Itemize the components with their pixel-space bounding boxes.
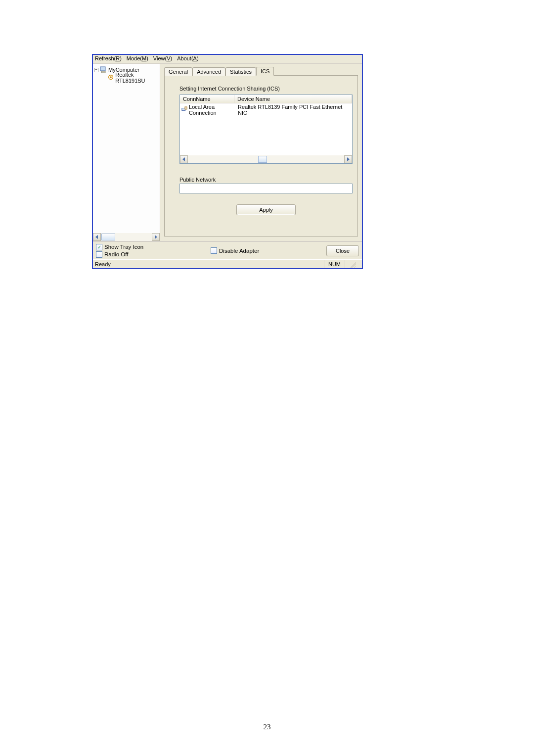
wireless-manager-window: Refresh(R) Mode(M) View(V) About(A) − My…	[92, 54, 363, 269]
checkbox-label: Show Tray Icon	[104, 244, 143, 250]
tree-adapter-label: Realtek RTL8191SU	[115, 72, 159, 84]
computer-icon	[100, 66, 107, 73]
device-tree: − MyComputer Realtek RTL8191SU	[93, 64, 160, 233]
collapse-icon[interactable]: −	[94, 68, 98, 72]
checkbox-label: Disable Adapter	[219, 248, 259, 254]
properties-panel: General Advanced Statistics ICS Setting …	[160, 64, 362, 241]
checkbox-icon	[96, 251, 102, 258]
tab-general[interactable]: General	[164, 67, 192, 76]
checkbox-icon	[211, 247, 217, 254]
ics-tab-content: Setting Internet Connection Sharing (ICS…	[164, 76, 358, 236]
bottom-options-bar: ✓ Show Tray Icon Radio Off Disable Adapt…	[93, 241, 362, 259]
checkbox-disable-adapter[interactable]: Disable Adapter	[211, 247, 259, 254]
scroll-right-button[interactable]	[152, 233, 160, 241]
lv-scroll-right-button[interactable]	[344, 155, 352, 163]
resize-grip[interactable]	[345, 260, 360, 268]
tree-h-scrollbar[interactable]	[93, 233, 160, 241]
svg-rect-1	[101, 71, 105, 73]
ics-section-title: Setting Internet Connection Sharing (ICS…	[179, 86, 353, 92]
lv-scroll-left-button[interactable]	[180, 155, 188, 163]
svg-rect-5	[185, 107, 187, 109]
tree-adapter-item[interactable]: Realtek RTL8191SU	[94, 74, 159, 82]
menubar: Refresh(R) Mode(M) View(V) About(A)	[93, 55, 362, 64]
tab-statistics[interactable]: Statistics	[225, 67, 256, 76]
status-bar: Ready NUM	[93, 259, 362, 268]
listview-body: Local Area Connection Realtek RTL8139 Fa…	[180, 103, 352, 155]
grip-icon	[349, 261, 356, 268]
checkbox-show-tray[interactable]: ✓ Show Tray Icon	[96, 244, 143, 250]
svg-rect-0	[100, 67, 105, 71]
menu-refresh[interactable]: Refresh(R)	[95, 55, 122, 63]
status-ready: Ready	[95, 261, 111, 267]
close-button[interactable]: Close	[326, 245, 359, 256]
device-tree-panel: − MyComputer Realtek RTL8191SU	[93, 64, 160, 241]
tab-advanced[interactable]: Advanced	[192, 67, 225, 76]
menu-mode[interactable]: Mode(M)	[127, 55, 148, 63]
checkbox-radio-off[interactable]: Radio Off	[96, 251, 143, 258]
client-area: − MyComputer Realtek RTL8191SU	[93, 64, 362, 241]
lv-scroll-thumb[interactable]	[258, 156, 267, 163]
page-number: 23	[0, 723, 534, 731]
checkbox-label: Radio Off	[104, 251, 128, 257]
list-item[interactable]: Local Area Connection Realtek RTL8139 Fa…	[180, 103, 352, 116]
tab-ics[interactable]: ICS	[256, 67, 274, 76]
col-device-name[interactable]: Device Name	[234, 95, 352, 103]
col-conn-name[interactable]: ConnName	[180, 95, 234, 103]
menu-view[interactable]: View(V)	[153, 55, 172, 63]
checkbox-icon: ✓	[96, 244, 102, 250]
network-icon	[181, 106, 187, 113]
svg-point-3	[110, 76, 111, 78]
status-num-lock: NUM	[324, 260, 345, 268]
cell-device-name: Realtek RTL8139 Family PCI Fast Ethernet…	[236, 104, 351, 116]
public-network-combo[interactable]	[179, 184, 353, 193]
adapter-icon	[108, 74, 114, 81]
connection-listview[interactable]: ConnName Device Name Local Area Connecti…	[179, 94, 353, 164]
tab-strip: General Advanced Statistics ICS	[164, 67, 358, 76]
listview-h-scrollbar[interactable]	[180, 155, 352, 163]
scroll-track[interactable]	[101, 233, 152, 241]
menu-about[interactable]: About(A)	[177, 55, 198, 63]
lv-scroll-track[interactable]	[188, 155, 344, 163]
cell-conn-name: Local Area Connection	[181, 104, 236, 116]
scroll-left-button[interactable]	[93, 233, 101, 241]
scroll-thumb[interactable]	[101, 234, 115, 240]
apply-button[interactable]: Apply	[236, 204, 296, 215]
public-network-label: Public Network	[179, 177, 353, 183]
listview-header: ConnName Device Name	[180, 95, 352, 103]
